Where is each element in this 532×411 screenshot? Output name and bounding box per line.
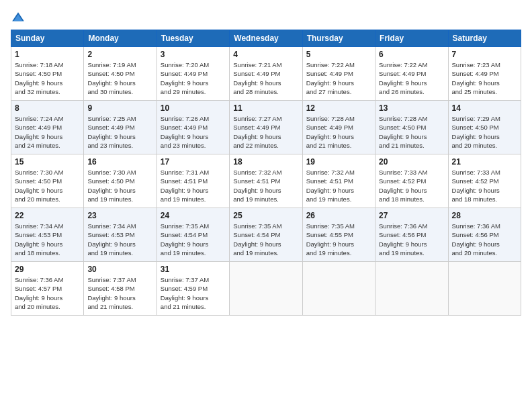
page-container: SundayMondayTuesdayWednesdayThursdayFrid… bbox=[0, 0, 532, 321]
day-cell-5: 5Sunrise: 7:22 AMSunset: 4:49 PMDaylight… bbox=[302, 47, 375, 101]
day-cell-4: 4Sunrise: 7:21 AMSunset: 4:49 PMDaylight… bbox=[230, 47, 302, 101]
day-detail: Sunrise: 7:36 AMSunset: 4:56 PMDaylight:… bbox=[452, 222, 517, 257]
day-number: 31 bbox=[161, 265, 226, 274]
col-header-saturday: Saturday bbox=[448, 30, 521, 47]
day-cell-14: 14Sunrise: 7:29 AMSunset: 4:50 PMDayligh… bbox=[448, 101, 521, 154]
day-cell-17: 17Sunrise: 7:31 AMSunset: 4:51 PMDayligh… bbox=[157, 154, 229, 208]
calendar-week-1: 1Sunrise: 7:18 AMSunset: 4:50 PMDaylight… bbox=[11, 47, 521, 101]
calendar-week-4: 22Sunrise: 7:34 AMSunset: 4:53 PMDayligh… bbox=[11, 208, 521, 262]
day-detail: Sunrise: 7:18 AMSunset: 4:50 PMDaylight:… bbox=[15, 60, 80, 96]
day-detail: Sunrise: 7:23 AMSunset: 4:49 PMDaylight:… bbox=[452, 60, 517, 96]
day-detail: Sunrise: 7:20 AMSunset: 4:49 PMDaylight:… bbox=[161, 60, 226, 96]
day-cell-16: 16Sunrise: 7:30 AMSunset: 4:50 PMDayligh… bbox=[84, 154, 157, 208]
day-detail: Sunrise: 7:35 AMSunset: 4:54 PMDaylight:… bbox=[161, 222, 226, 257]
day-number: 9 bbox=[87, 103, 152, 113]
day-number: 13 bbox=[379, 103, 444, 113]
day-number: 14 bbox=[452, 103, 517, 113]
day-number: 15 bbox=[15, 157, 80, 167]
day-detail: Sunrise: 7:36 AMSunset: 4:57 PMDaylight:… bbox=[15, 275, 80, 311]
day-cell-19: 19Sunrise: 7:32 AMSunset: 4:51 PMDayligh… bbox=[302, 154, 375, 208]
day-number: 1 bbox=[15, 50, 80, 59]
day-detail: Sunrise: 7:21 AMSunset: 4:49 PMDaylight:… bbox=[233, 60, 298, 96]
day-cell-3: 3Sunrise: 7:20 AMSunset: 4:49 PMDaylight… bbox=[157, 47, 229, 101]
empty-cell bbox=[230, 262, 302, 316]
day-number: 16 bbox=[87, 157, 152, 167]
day-cell-20: 20Sunrise: 7:33 AMSunset: 4:52 PMDayligh… bbox=[375, 154, 448, 208]
header bbox=[11, 8, 521, 26]
day-number: 10 bbox=[161, 103, 226, 113]
day-cell-11: 11Sunrise: 7:27 AMSunset: 4:49 PMDayligh… bbox=[230, 101, 302, 154]
calendar-week-5: 29Sunrise: 7:36 AMSunset: 4:57 PMDayligh… bbox=[11, 262, 521, 316]
day-number: 20 bbox=[379, 157, 444, 167]
day-cell-13: 13Sunrise: 7:28 AMSunset: 4:50 PMDayligh… bbox=[375, 101, 448, 154]
logo-icon bbox=[11, 11, 26, 26]
col-header-wednesday: Wednesday bbox=[230, 30, 302, 47]
day-number: 5 bbox=[306, 50, 371, 59]
day-number: 19 bbox=[306, 157, 371, 167]
col-header-sunday: Sunday bbox=[11, 30, 84, 47]
col-header-thursday: Thursday bbox=[302, 30, 375, 47]
day-cell-22: 22Sunrise: 7:34 AMSunset: 4:53 PMDayligh… bbox=[11, 208, 84, 262]
day-number: 17 bbox=[161, 157, 226, 167]
day-detail: Sunrise: 7:31 AMSunset: 4:51 PMDaylight:… bbox=[161, 168, 226, 203]
day-detail: Sunrise: 7:28 AMSunset: 4:50 PMDaylight:… bbox=[379, 114, 444, 150]
day-cell-23: 23Sunrise: 7:34 AMSunset: 4:53 PMDayligh… bbox=[84, 208, 157, 262]
day-number: 7 bbox=[452, 50, 517, 59]
col-header-friday: Friday bbox=[375, 30, 448, 47]
day-cell-30: 30Sunrise: 7:37 AMSunset: 4:58 PMDayligh… bbox=[84, 262, 157, 316]
empty-cell bbox=[448, 262, 521, 316]
logo bbox=[11, 11, 28, 26]
day-cell-10: 10Sunrise: 7:26 AMSunset: 4:49 PMDayligh… bbox=[157, 101, 229, 154]
day-cell-12: 12Sunrise: 7:28 AMSunset: 4:49 PMDayligh… bbox=[302, 101, 375, 154]
day-number: 28 bbox=[452, 211, 517, 220]
day-number: 11 bbox=[233, 103, 298, 113]
day-cell-2: 2Sunrise: 7:19 AMSunset: 4:50 PMDaylight… bbox=[84, 47, 157, 101]
col-header-monday: Monday bbox=[84, 30, 157, 47]
col-header-tuesday: Tuesday bbox=[157, 30, 229, 47]
day-cell-6: 6Sunrise: 7:22 AMSunset: 4:49 PMDaylight… bbox=[375, 47, 448, 101]
day-cell-31: 31Sunrise: 7:37 AMSunset: 4:59 PMDayligh… bbox=[157, 262, 229, 316]
day-detail: Sunrise: 7:33 AMSunset: 4:52 PMDaylight:… bbox=[379, 168, 444, 203]
day-detail: Sunrise: 7:29 AMSunset: 4:50 PMDaylight:… bbox=[452, 114, 517, 150]
day-detail: Sunrise: 7:34 AMSunset: 4:53 PMDaylight:… bbox=[87, 222, 152, 257]
day-detail: Sunrise: 7:30 AMSunset: 4:50 PMDaylight:… bbox=[87, 168, 152, 203]
day-detail: Sunrise: 7:27 AMSunset: 4:49 PMDaylight:… bbox=[233, 114, 298, 150]
day-number: 25 bbox=[233, 211, 298, 220]
day-cell-15: 15Sunrise: 7:30 AMSunset: 4:50 PMDayligh… bbox=[11, 154, 84, 208]
day-cell-26: 26Sunrise: 7:35 AMSunset: 4:55 PMDayligh… bbox=[302, 208, 375, 262]
day-detail: Sunrise: 7:33 AMSunset: 4:52 PMDaylight:… bbox=[452, 168, 517, 203]
day-detail: Sunrise: 7:30 AMSunset: 4:50 PMDaylight:… bbox=[15, 168, 80, 203]
day-cell-24: 24Sunrise: 7:35 AMSunset: 4:54 PMDayligh… bbox=[157, 208, 229, 262]
day-cell-25: 25Sunrise: 7:35 AMSunset: 4:54 PMDayligh… bbox=[230, 208, 302, 262]
day-number: 18 bbox=[233, 157, 298, 167]
day-cell-7: 7Sunrise: 7:23 AMSunset: 4:49 PMDaylight… bbox=[448, 47, 521, 101]
day-detail: Sunrise: 7:36 AMSunset: 4:56 PMDaylight:… bbox=[379, 222, 444, 257]
day-detail: Sunrise: 7:32 AMSunset: 4:51 PMDaylight:… bbox=[233, 168, 298, 203]
day-detail: Sunrise: 7:24 AMSunset: 4:49 PMDaylight:… bbox=[15, 114, 80, 150]
day-cell-21: 21Sunrise: 7:33 AMSunset: 4:52 PMDayligh… bbox=[448, 154, 521, 208]
day-number: 21 bbox=[452, 157, 517, 167]
calendar-week-3: 15Sunrise: 7:30 AMSunset: 4:50 PMDayligh… bbox=[11, 154, 521, 208]
day-cell-28: 28Sunrise: 7:36 AMSunset: 4:56 PMDayligh… bbox=[448, 208, 521, 262]
day-number: 6 bbox=[379, 50, 444, 59]
day-number: 30 bbox=[87, 265, 152, 274]
day-number: 22 bbox=[15, 211, 80, 220]
calendar-week-2: 8Sunrise: 7:24 AMSunset: 4:49 PMDaylight… bbox=[11, 101, 521, 154]
day-detail: Sunrise: 7:26 AMSunset: 4:49 PMDaylight:… bbox=[161, 114, 226, 150]
empty-cell bbox=[302, 262, 375, 316]
day-cell-27: 27Sunrise: 7:36 AMSunset: 4:56 PMDayligh… bbox=[375, 208, 448, 262]
day-number: 23 bbox=[87, 211, 152, 220]
day-number: 3 bbox=[161, 50, 226, 59]
day-number: 2 bbox=[87, 50, 152, 59]
empty-cell bbox=[375, 262, 448, 316]
day-number: 26 bbox=[306, 211, 371, 220]
day-detail: Sunrise: 7:35 AMSunset: 4:55 PMDaylight:… bbox=[306, 222, 371, 257]
calendar-header-row: SundayMondayTuesdayWednesdayThursdayFrid… bbox=[11, 30, 521, 47]
calendar-table: SundayMondayTuesdayWednesdayThursdayFrid… bbox=[11, 30, 521, 316]
day-cell-8: 8Sunrise: 7:24 AMSunset: 4:49 PMDaylight… bbox=[11, 101, 84, 154]
day-detail: Sunrise: 7:35 AMSunset: 4:54 PMDaylight:… bbox=[233, 222, 298, 257]
day-cell-18: 18Sunrise: 7:32 AMSunset: 4:51 PMDayligh… bbox=[230, 154, 302, 208]
day-number: 29 bbox=[15, 265, 80, 274]
day-number: 24 bbox=[161, 211, 226, 220]
day-cell-1: 1Sunrise: 7:18 AMSunset: 4:50 PMDaylight… bbox=[11, 47, 84, 101]
